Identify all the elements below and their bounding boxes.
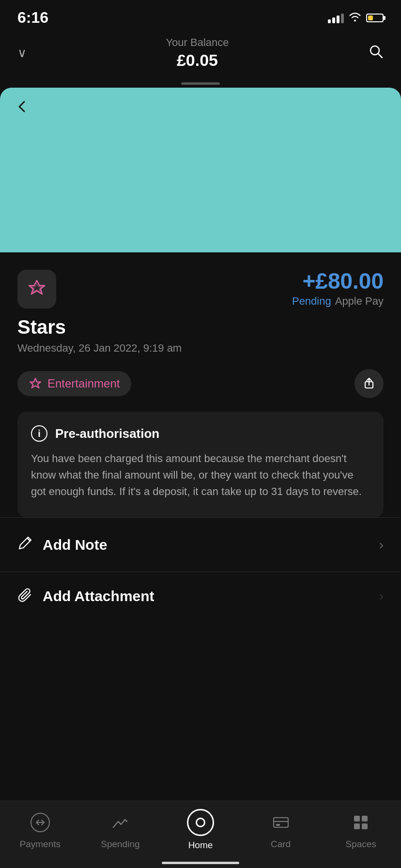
svg-rect-4: [274, 818, 288, 827]
nav-payments[interactable]: Payments: [11, 810, 69, 850]
nav-home-label: Home: [188, 840, 213, 851]
back-button[interactable]: [15, 99, 29, 117]
home-indicator: [162, 862, 239, 864]
svg-rect-9: [354, 823, 360, 829]
amount-section: +£80.00 Pending Apple Pay: [292, 270, 384, 308]
add-attachment-row[interactable]: Add Attachment ›: [0, 572, 401, 620]
share-button[interactable]: [355, 369, 384, 398]
nav-spending[interactable]: Spending: [91, 810, 149, 850]
nav-spending-label: Spending: [101, 839, 139, 850]
add-attachment-chevron-icon: ›: [379, 589, 384, 604]
transaction-date: Wednesday, 26 Jan 2022, 9:19 am: [17, 342, 384, 355]
pencil-icon: [17, 535, 33, 554]
merchant-name: Stars: [17, 316, 384, 338]
bottom-nav: Payments Spending Home Card: [0, 801, 401, 868]
add-note-label: Add Note: [43, 537, 107, 553]
preauth-title-row: i Pre-authorisation: [31, 425, 370, 442]
dropdown-chevron-icon[interactable]: ∨: [17, 46, 27, 61]
svg-rect-8: [362, 816, 368, 822]
transaction-header: +£80.00 Pending Apple Pay: [17, 270, 384, 309]
status-icons: [328, 11, 384, 25]
transaction-status: Pending Apple Pay: [292, 295, 384, 308]
balance-label: Your Balance: [166, 36, 229, 49]
pull-indicator: [0, 79, 401, 88]
payment-method: Apple Pay: [335, 295, 384, 308]
transaction-detail: +£80.00 Pending Apple Pay Stars Wednesda…: [0, 252, 401, 517]
nav-spaces[interactable]: Spaces: [332, 810, 390, 850]
category-label: Entertainment: [47, 377, 120, 390]
info-icon: i: [31, 425, 47, 442]
nav-card-label: Card: [271, 839, 291, 850]
add-note-row[interactable]: Add Note ›: [0, 518, 401, 572]
attachment-icon: [17, 587, 33, 605]
preauth-box: i Pre-authorisation You have been charge…: [17, 412, 384, 517]
category-tag[interactable]: Entertainment: [17, 371, 131, 396]
add-note-chevron-icon: ›: [379, 537, 384, 553]
svg-rect-7: [354, 816, 360, 822]
signal-bars-icon: [328, 13, 344, 23]
add-attachment-label: Add Attachment: [43, 588, 154, 604]
transaction-amount: +£80.00: [292, 270, 384, 292]
svg-rect-10: [362, 823, 368, 829]
category-row: Entertainment: [17, 369, 384, 398]
status-bar: 6:16: [0, 0, 401, 31]
merchant-icon: [17, 270, 56, 309]
pending-label: Pending: [292, 295, 331, 308]
svg-rect-6: [276, 824, 280, 826]
home-icon: [187, 809, 214, 836]
preauth-title: Pre-authorisation: [55, 426, 159, 441]
top-header: ∨ Your Balance £0.05: [0, 31, 401, 79]
preauth-body: You have been charged this amount becaus…: [31, 450, 370, 500]
card-display-area: [0, 88, 401, 252]
nav-spaces-label: Spaces: [345, 839, 376, 850]
svg-line-1: [378, 54, 382, 58]
balance-section: Your Balance £0.05: [166, 36, 229, 70]
nav-card[interactable]: Card: [252, 810, 310, 850]
nav-payments-label: Payments: [20, 839, 61, 850]
search-icon[interactable]: [368, 44, 384, 62]
wifi-icon: [349, 11, 361, 25]
status-time: 6:16: [17, 9, 48, 27]
balance-amount: £0.05: [166, 51, 229, 70]
battery-icon: [366, 14, 384, 22]
nav-home[interactable]: Home: [171, 809, 230, 851]
